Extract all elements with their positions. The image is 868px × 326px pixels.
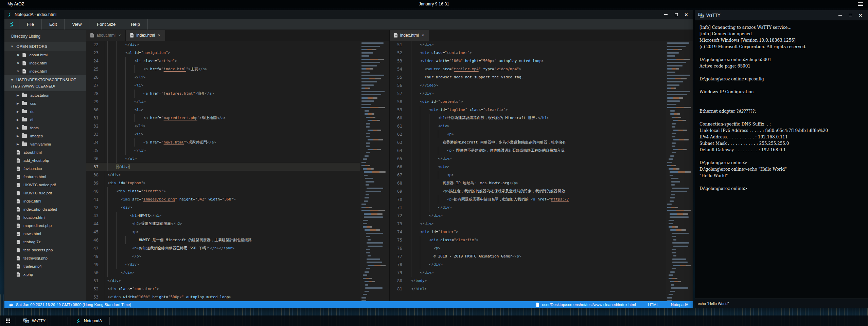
open-editors-header[interactable]: ▼ OPEN EDITORS — [4, 42, 86, 51]
tree-folder-css[interactable]: ▶css — [4, 99, 86, 108]
code-line[interactable]: 58<div id="contents"> — [390, 98, 666, 106]
code-line[interactable]: 45<p> — [86, 228, 360, 236]
tab-index.html[interactable]: index.html✕ — [390, 30, 429, 41]
code-line[interactable]: 71</div> — [390, 204, 666, 212]
code-line[interactable]: 54<source src="trailer.mp4" type="video/… — [390, 65, 666, 73]
code-line[interactable]: 56</video> — [390, 81, 666, 90]
tree-file-x.php[interactable]: x.php — [4, 270, 86, 279]
minimize-icon[interactable] — [836, 12, 844, 18]
tree-file-testmysql.php[interactable]: testmysql.php — [4, 254, 86, 262]
code-line[interactable]: 81</html> — [390, 285, 666, 293]
code-line[interactable]: 35</li> — [86, 147, 360, 155]
code-line[interactable]: 78</div> — [390, 261, 666, 269]
code-line[interactable]: 44<h2>香港的建築伺服器</h2> — [86, 220, 360, 228]
tree-file-favicon.ico[interactable]: favicon.ico — [4, 165, 86, 173]
start-apps-button[interactable] — [0, 315, 16, 326]
code-line[interactable]: 46HKWTC 是一個 Minecraft 的建築伺服器，主要建築計劃包括鐵路 — [86, 236, 360, 244]
minimap-left[interactable] — [360, 41, 389, 301]
tree-file-HKWTC notice.pdf[interactable]: HKWTC notice.pdf — [4, 181, 86, 189]
code-line[interactable]: 47<b>你知道我們全線伺服器已轉用 SSD 了嗎？</b></span> — [86, 244, 360, 252]
tree-file-index.html[interactable]: index.html — [4, 197, 86, 205]
code-line[interactable]: 32</li> — [86, 122, 360, 130]
workspace-root-header[interactable]: ▼USER:/DESKTOP/SCREENSHOT /TEST/WWW CLEA… — [4, 75, 86, 91]
open-editor-item[interactable]: ✕index.html — [4, 59, 86, 67]
code-line[interactable]: 63在香港的Minecraft 伺服器中，多為小遊戲和純生存的伺服器，較少擁有 — [390, 138, 666, 147]
close-icon[interactable]: ✕ — [856, 12, 865, 18]
tree-file-HKWTC rule.pdf[interactable]: HKWTC rule.pdf — [4, 189, 86, 197]
tree-file-location.html[interactable]: location.html — [4, 213, 86, 222]
code-line[interactable]: 39<div id="topbox"> — [86, 179, 360, 187]
close-icon[interactable]: ✕ — [17, 61, 19, 65]
code-line[interactable]: 51</div> — [86, 277, 360, 285]
hamburger-menu-icon[interactable] — [858, 2, 863, 6]
code-line[interactable]: 66<div> — [390, 163, 666, 171]
code-line[interactable]: 77© 2018 - 2019 HKWTC Animation Gamer</p… — [390, 252, 666, 261]
code-line[interactable]: 61<div> — [390, 122, 666, 130]
open-editor-item[interactable]: ✕about.html — [4, 51, 86, 59]
tree-file-add_vhost.php[interactable]: add_vhost.php — [4, 156, 86, 165]
code-line[interactable]: 38</div> — [86, 171, 360, 179]
code-line[interactable]: 33<li> — [86, 130, 360, 138]
code-line[interactable]: 31<a href="mapredirect.php">網上地圖</a> — [86, 114, 360, 122]
code-line[interactable]: 23<ul id="navigation"> — [86, 49, 360, 57]
code-line[interactable]: 75<div class="clearfix"> — [390, 236, 666, 244]
tab-index.html[interactable]: index.html✕ — [126, 30, 165, 41]
code-line[interactable]: 52<div class="container"> — [86, 285, 360, 293]
status-language[interactable]: HTML — [648, 303, 659, 307]
close-icon[interactable]: ✕ — [17, 70, 19, 73]
code-line[interactable]: 22</div> — [86, 41, 360, 49]
taskbar-item-wstty[interactable]: WsTTY — [16, 315, 53, 326]
terminal-input-line[interactable]: echo "Hello World" — [695, 299, 868, 308]
code-line[interactable]: 50</div> — [86, 269, 360, 277]
menu-font-size[interactable]: Font Size — [89, 19, 123, 30]
menu-view[interactable]: View — [65, 19, 89, 30]
code-line[interactable]: 40<div class="clearfix"> — [86, 187, 360, 195]
code-line[interactable]: 37</div> — [86, 163, 360, 171]
code-line[interactable]: 43<h1>HKWTC</h1> — [86, 212, 360, 220]
terminal-output[interactable]: [info] Conencting to arozos WsTTY servic… — [695, 20, 868, 299]
close-icon[interactable]: ✕ — [682, 12, 690, 18]
code-line[interactable]: 80</body> — [390, 277, 666, 285]
tree-file-index.php_disabled[interactable]: index.php_disabled — [4, 205, 86, 213]
code-line[interactable]: 48</p> — [86, 252, 360, 261]
tree-file-mapredirect.php[interactable]: mapredirect.php — [4, 222, 86, 230]
menu-edit[interactable]: Edit — [42, 19, 65, 30]
code-line[interactable]: 52<div class="container"> — [390, 49, 666, 57]
close-icon[interactable]: ✕ — [17, 53, 19, 57]
code-line[interactable]: 59<div id="tagline" class="clearfix"> — [390, 106, 666, 114]
code-line[interactable]: 53<video width="100%" height="500px" aut… — [86, 293, 360, 301]
code-line[interactable]: 36</ul> — [86, 155, 360, 163]
maximize-icon[interactable] — [672, 12, 680, 18]
code-line[interactable]: 72</div> — [390, 212, 666, 220]
code-line[interactable]: 55Your browser does not support the vide… — [390, 73, 666, 81]
code-line[interactable]: 25<a href="index.html">主頁</a> — [86, 65, 360, 73]
code-line[interactable]: 42<div> — [86, 204, 360, 212]
tree-folder-dl[interactable]: ▶dl — [4, 116, 86, 124]
close-icon[interactable]: ✕ — [158, 34, 160, 37]
code-line[interactable]: 30<li> — [86, 106, 360, 114]
code-line[interactable]: 41<img src="images/box.png" height="342"… — [86, 195, 360, 204]
code-line[interactable]: 64<p> 即使你不是建築師，你也能透過紅石師或鐵路工程師的身份加入我 — [390, 147, 666, 155]
tree-file-teabag.7z[interactable]: teabag.7z — [4, 238, 86, 246]
code-line[interactable]: 34<a href="news.html">玩家傳送門</a> — [86, 138, 360, 147]
tree-file-test_sockets.php[interactable]: test_sockets.php — [4, 246, 86, 254]
taskbar-item-notepada[interactable]: NotepadA — [68, 315, 109, 326]
code-line[interactable]: 26</li> — [86, 73, 360, 81]
tab-about.html[interactable]: about.html✕ — [86, 30, 126, 41]
open-editor-item[interactable]: ✕index.html — [4, 67, 86, 75]
tree-folder-fonts[interactable]: ▶fonts — [4, 124, 86, 132]
notepada-title-bar[interactable]: NotepadA - index.html ✕ — [4, 10, 693, 19]
code-line[interactable]: 29</li> — [86, 98, 360, 106]
maximize-icon[interactable] — [846, 12, 854, 18]
code-line[interactable]: 24<li class="active"> — [86, 57, 360, 65]
code-line[interactable]: 69<p>請注意，我們的伺服器為確保玩家及遊玩時的質素，我們對的服器開啟 — [390, 187, 666, 195]
menu-file[interactable]: File — [19, 19, 42, 30]
tree-file-trailer.mp4[interactable]: trailer.mp4 — [4, 262, 86, 270]
status-file-path[interactable]: user/Desktop/screenshot/test/www cleaned… — [542, 303, 636, 307]
tree-file-features.html[interactable]: features.html — [4, 173, 86, 181]
code-line[interactable]: 76<p> — [390, 244, 666, 252]
code-line[interactable]: 79</div> — [390, 269, 666, 277]
tree-folder-images[interactable]: ▶images — [4, 132, 86, 140]
close-icon[interactable]: ✕ — [118, 34, 121, 37]
code-line[interactable]: 67<p> — [390, 171, 666, 179]
